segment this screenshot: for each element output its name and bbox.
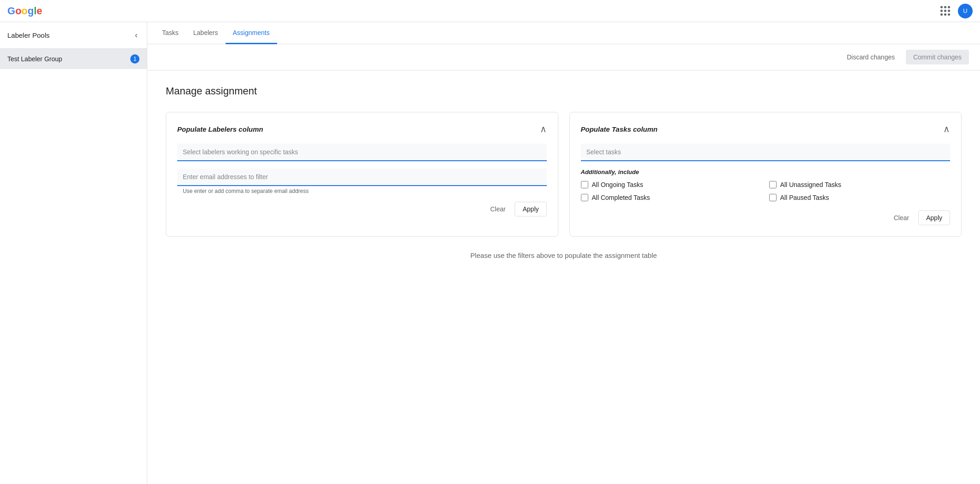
checkbox-all-ongoing-tasks-label: All Ongoing Tasks [592,181,644,188]
sidebar-title: Labeler Pools [7,31,50,39]
tabs-bar: Tasks Labelers Assignments [147,22,980,44]
labelers-apply-button[interactable]: Apply [515,202,546,216]
tasks-panel: Populate Tasks column ∧ Additionally, in… [569,112,962,237]
email-filter-hint: Use enter or add comma to separate email… [177,188,547,194]
additionally-section: Additionally, include All Ongoing Tasks … [581,169,951,201]
chevron-up-icon: ∧ [540,123,547,134]
labelers-panel: Populate Labelers column ∧ Use enter or … [166,112,558,237]
commit-changes-button[interactable]: Commit changes [906,50,969,64]
labelers-panel-footer: Clear Apply [177,202,547,216]
checkbox-grid: All Ongoing Tasks All Unassigned Tasks A… [581,181,951,201]
checkbox-all-completed-tasks-input[interactable] [581,194,588,201]
empty-state-message: Please use the filters above to populate… [166,251,962,259]
discard-changes-button[interactable]: Discard changes [841,50,900,64]
tasks-select-input[interactable] [581,144,951,161]
avatar[interactable]: U [958,4,973,18]
labelers-select-wrapper [177,144,547,161]
checkbox-all-unassigned-tasks-label: All Unassigned Tasks [780,181,841,188]
labelers-panel-collapse-button[interactable]: ∧ [540,123,547,134]
app-layout: Labeler Pools ‹ Test Labeler Group 1 Tas… [0,22,980,484]
grid-icon [940,6,950,16]
sidebar: Labeler Pools ‹ Test Labeler Group 1 [0,22,147,484]
tab-assignments[interactable]: Assignments [226,23,277,44]
checkbox-all-unassigned-tasks-input[interactable] [769,181,777,188]
page-title: Manage assignment [166,85,962,97]
google-logo: Google [7,5,42,17]
filter-panels: Populate Labelers column ∧ Use enter or … [166,112,962,237]
tasks-select-wrapper [581,144,951,161]
page-body: Manage assignment Populate Labelers colu… [147,70,980,484]
checkbox-all-paused-tasks[interactable]: All Paused Tasks [769,194,950,201]
labelers-panel-header: Populate Labelers column ∧ [177,123,547,134]
tasks-clear-button[interactable]: Clear [888,210,915,225]
checkbox-all-unassigned-tasks[interactable]: All Unassigned Tasks [769,181,950,188]
email-filter-input[interactable] [177,169,547,186]
sidebar-item-badge: 1 [130,54,139,64]
labelers-select-input[interactable] [177,144,547,161]
tab-tasks[interactable]: Tasks [155,23,186,44]
labelers-clear-button[interactable]: Clear [485,202,511,216]
tasks-panel-footer: Clear Apply [581,210,951,225]
checkbox-all-ongoing-tasks[interactable]: All Ongoing Tasks [581,181,762,188]
sidebar-collapse-button[interactable]: ‹ [133,29,139,42]
checkbox-all-completed-tasks-label: All Completed Tasks [592,194,650,201]
tab-labelers[interactable]: Labelers [186,23,226,44]
tasks-panel-header: Populate Tasks column ∧ [581,123,951,134]
chevron-up-icon: ∧ [943,123,950,134]
checkbox-all-completed-tasks[interactable]: All Completed Tasks [581,194,762,201]
labelers-panel-title: Populate Labelers column [177,125,263,133]
checkbox-all-paused-tasks-label: All Paused Tasks [780,194,829,201]
sidebar-item-label: Test Labeler Group [7,55,62,63]
sidebar-item-test-labeler-group[interactable]: Test Labeler Group 1 [0,49,147,69]
additionally-label: Additionally, include [581,169,951,175]
checkbox-all-paused-tasks-input[interactable] [769,194,777,201]
tasks-panel-title: Populate Tasks column [581,125,658,133]
sidebar-header: Labeler Pools ‹ [0,22,147,49]
chevron-left-icon: ‹ [135,30,138,40]
top-bar-icons: U [938,4,973,18]
tasks-apply-button[interactable]: Apply [918,210,950,225]
checkbox-all-ongoing-tasks-input[interactable] [581,181,588,188]
action-bar: Discard changes Commit changes [147,44,980,70]
top-bar: Google U [0,0,980,22]
tasks-panel-collapse-button[interactable]: ∧ [943,123,950,134]
main-content: Tasks Labelers Assignments Discard chang… [147,22,980,484]
email-filter-wrapper: Use enter or add comma to separate email… [177,169,547,194]
apps-button[interactable] [938,4,952,18]
